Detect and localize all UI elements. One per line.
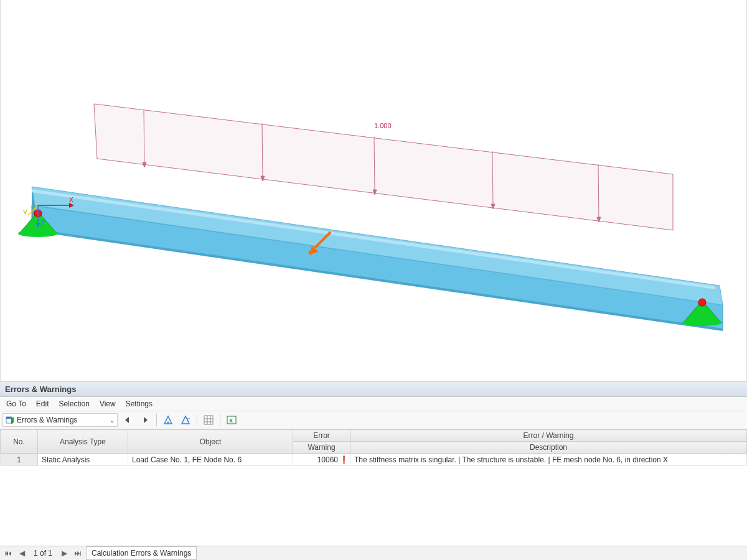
cell-object: Load Case No. 1, FE Node No. 6 <box>128 454 293 466</box>
svg-rect-41 <box>204 416 213 424</box>
panel-title: Errors & Warnings <box>0 382 747 397</box>
report-icon <box>6 416 14 424</box>
page-indicator: 1 of 1 <box>30 549 56 558</box>
grid-settings-button[interactable] <box>201 413 216 427</box>
col-object[interactable]: Object <box>128 430 293 454</box>
svg-marker-39 <box>182 416 189 424</box>
svg-text:Z: Z <box>40 220 44 226</box>
error-flag-icon: ❗ <box>339 455 349 464</box>
cell-analysis-type: Static Analysis <box>38 454 128 466</box>
svg-rect-34 <box>6 417 12 419</box>
cell-description: The stiffness matrix is singular. | The … <box>350 454 747 466</box>
svg-text:Y: Y <box>23 210 27 217</box>
page-prev-button[interactable]: ◀ <box>16 548 27 559</box>
tab-calculation-errors[interactable]: Calculation Errors & Warnings <box>86 546 197 560</box>
page-first-button[interactable]: ⏮ <box>2 548 14 559</box>
cell-no: 1 <box>1 454 38 466</box>
find-in-model-button[interactable] <box>161 413 176 427</box>
load-value-label: 1.000 <box>374 122 392 129</box>
panel-statusbar: ⏮ ◀ 1 of 1 ▶ ⏭ Calculation Errors & Warn… <box>0 546 747 560</box>
export-excel-button[interactable]: X <box>224 413 239 427</box>
page-last-button[interactable]: ⏭ <box>72 548 83 559</box>
chevron-down-icon: ⌄ <box>110 417 115 424</box>
svg-text:X: X <box>69 197 73 203</box>
menu-edit[interactable]: Edit <box>32 398 53 409</box>
next-button[interactable] <box>138 413 153 427</box>
svg-point-32 <box>309 251 312 254</box>
prev-button[interactable] <box>120 413 135 427</box>
panel-toolbar: Errors & Warnings ⌄ X <box>0 411 747 429</box>
svg-point-21 <box>698 299 706 306</box>
dropdown-label: Errors & Warnings <box>17 416 78 424</box>
menu-goto[interactable]: Go To <box>2 398 30 409</box>
table-row[interactable]: 1 Static Analysis Load Case No. 1, FE No… <box>1 454 747 466</box>
col-no[interactable]: No. <box>1 430 38 454</box>
col-description-sub[interactable]: Description <box>350 442 747 454</box>
page-next-button[interactable]: ▶ <box>59 548 70 559</box>
col-analysis-type[interactable]: Analysis Type <box>38 430 128 454</box>
col-warning[interactable]: Warning <box>293 442 350 454</box>
svg-text:X: X <box>229 418 233 424</box>
menu-settings[interactable]: Settings <box>122 398 156 409</box>
col-description[interactable]: Error / Warning <box>350 430 747 442</box>
svg-point-38 <box>167 422 169 424</box>
svg-marker-35 <box>125 417 129 423</box>
cell-error-code: 10060❗ <box>293 454 350 466</box>
panel-selector-dropdown[interactable]: Errors & Warnings ⌄ <box>2 413 118 427</box>
panel-menubar: Go To Edit Selection View Settings <box>0 397 747 411</box>
find-next-in-model-button[interactable] <box>178 413 193 427</box>
errors-warnings-panel: Errors & Warnings Go To Edit Selection V… <box>0 381 747 560</box>
svg-point-17 <box>18 230 58 237</box>
errors-table[interactable]: No. Analysis Type Object Error Error / W… <box>0 429 747 546</box>
svg-point-20 <box>682 319 722 326</box>
svg-marker-36 <box>144 417 148 423</box>
col-error[interactable]: Error <box>293 430 350 442</box>
menu-view[interactable]: View <box>96 398 120 409</box>
menu-selection[interactable]: Selection <box>55 398 93 409</box>
model-viewport[interactable]: X Y Z 1.000 <box>0 0 747 381</box>
svg-marker-11 <box>32 205 723 330</box>
